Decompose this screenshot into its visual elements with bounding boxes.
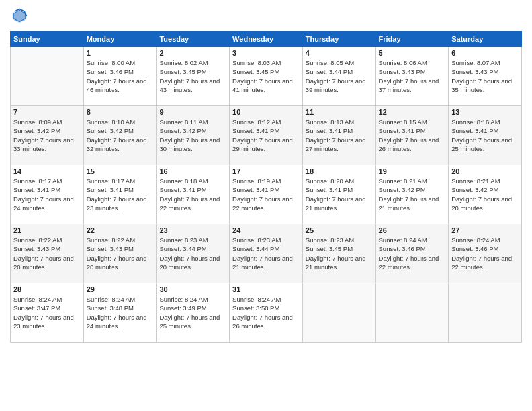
calendar-table: SundayMondayTuesdayWednesdayThursdayFrid…: [10, 31, 522, 342]
day-number: 13: [451, 108, 519, 116]
calendar-cell: 2Sunrise: 8:02 AMSunset: 3:45 PMDaylight…: [157, 47, 230, 106]
logo-icon: [10, 7, 29, 26]
day-info: Sunrise: 8:13 AMSunset: 3:41 PMDaylight:…: [306, 118, 373, 153]
day-number: 4: [306, 49, 373, 57]
calendar-cell: 11Sunrise: 8:13 AMSunset: 3:41 PMDayligh…: [302, 106, 375, 165]
calendar-cell: 21Sunrise: 8:22 AMSunset: 3:43 PMDayligh…: [11, 224, 84, 283]
calendar-cell: [375, 283, 449, 342]
calendar-cell: 17Sunrise: 8:19 AMSunset: 3:41 PMDayligh…: [230, 165, 303, 224]
day-number: 20: [451, 167, 519, 175]
day-number: 14: [13, 167, 81, 175]
day-info: Sunrise: 8:09 AMSunset: 3:42 PMDaylight:…: [13, 118, 81, 153]
header: [10, 7, 522, 26]
day-info: Sunrise: 8:06 AMSunset: 3:43 PMDaylight:…: [379, 58, 446, 94]
calendar-cell: 31Sunrise: 8:24 AMSunset: 3:50 PMDayligh…: [230, 283, 303, 342]
day-number: 30: [159, 285, 226, 293]
calendar-cell: 9Sunrise: 8:11 AMSunset: 3:42 PMDaylight…: [157, 106, 230, 165]
calendar-cell: 18Sunrise: 8:20 AMSunset: 3:41 PMDayligh…: [302, 165, 375, 224]
calendar-cell: 20Sunrise: 8:21 AMSunset: 3:42 PMDayligh…: [449, 165, 522, 224]
day-info: Sunrise: 8:22 AMSunset: 3:43 PMDaylight:…: [87, 236, 154, 271]
calendar-cell: 30Sunrise: 8:24 AMSunset: 3:49 PMDayligh…: [157, 283, 230, 342]
weekday-header-friday: Friday: [375, 32, 449, 47]
day-number: 5: [379, 49, 446, 57]
weekday-header-saturday: Saturday: [449, 32, 522, 47]
calendar-cell: 28Sunrise: 8:24 AMSunset: 3:47 PMDayligh…: [11, 283, 84, 342]
calendar-cell: 3Sunrise: 8:03 AMSunset: 3:45 PMDaylight…: [230, 47, 303, 106]
calendar-cell: [302, 283, 375, 342]
day-number: 25: [306, 226, 373, 234]
weekday-header-tuesday: Tuesday: [157, 32, 230, 47]
weekday-header-wednesday: Wednesday: [230, 32, 303, 47]
day-number: 1: [87, 49, 154, 57]
calendar-cell: [11, 47, 84, 106]
calendar-cell: 26Sunrise: 8:24 AMSunset: 3:46 PMDayligh…: [375, 224, 449, 283]
calendar-week-row: 1Sunrise: 8:00 AMSunset: 3:46 PMDaylight…: [11, 47, 522, 106]
calendar-cell: 24Sunrise: 8:23 AMSunset: 3:44 PMDayligh…: [230, 224, 303, 283]
calendar-cell: 4Sunrise: 8:05 AMSunset: 3:44 PMDaylight…: [302, 47, 375, 106]
day-number: 16: [159, 167, 226, 175]
day-number: 15: [87, 167, 154, 175]
day-info: Sunrise: 8:07 AMSunset: 3:43 PMDaylight:…: [451, 58, 519, 94]
day-number: 11: [306, 108, 373, 116]
day-number: 28: [13, 285, 81, 293]
day-number: 6: [451, 49, 519, 57]
calendar-week-row: 14Sunrise: 8:17 AMSunset: 3:41 PMDayligh…: [11, 165, 522, 224]
day-number: 26: [379, 226, 446, 234]
day-info: Sunrise: 8:03 AMSunset: 3:45 PMDaylight:…: [232, 58, 300, 94]
day-number: 12: [379, 108, 446, 116]
calendar-cell: 12Sunrise: 8:15 AMSunset: 3:41 PMDayligh…: [375, 106, 449, 165]
calendar-cell: 6Sunrise: 8:07 AMSunset: 3:43 PMDaylight…: [449, 47, 522, 106]
day-info: Sunrise: 8:17 AMSunset: 3:41 PMDaylight:…: [13, 177, 81, 212]
day-number: 3: [232, 49, 300, 57]
day-number: 22: [87, 226, 154, 234]
calendar-cell: 8Sunrise: 8:10 AMSunset: 3:42 PMDaylight…: [83, 106, 157, 165]
day-info: Sunrise: 8:23 AMSunset: 3:45 PMDaylight:…: [306, 236, 373, 271]
day-number: 21: [13, 226, 81, 234]
day-info: Sunrise: 8:24 AMSunset: 3:46 PMDaylight:…: [451, 236, 519, 271]
day-info: Sunrise: 8:17 AMSunset: 3:41 PMDaylight:…: [87, 177, 154, 212]
calendar-cell: 13Sunrise: 8:16 AMSunset: 3:41 PMDayligh…: [449, 106, 522, 165]
day-number: 10: [232, 108, 300, 116]
day-info: Sunrise: 8:05 AMSunset: 3:44 PMDaylight:…: [306, 58, 373, 94]
calendar-cell: 15Sunrise: 8:17 AMSunset: 3:41 PMDayligh…: [83, 165, 157, 224]
day-info: Sunrise: 8:15 AMSunset: 3:41 PMDaylight:…: [379, 118, 446, 153]
day-info: Sunrise: 8:18 AMSunset: 3:41 PMDaylight:…: [159, 177, 226, 212]
day-info: Sunrise: 8:24 AMSunset: 3:47 PMDaylight:…: [13, 295, 81, 330]
calendar-cell: 14Sunrise: 8:17 AMSunset: 3:41 PMDayligh…: [11, 165, 84, 224]
day-number: 18: [306, 167, 373, 175]
day-info: Sunrise: 8:22 AMSunset: 3:43 PMDaylight:…: [13, 236, 81, 271]
calendar-cell: 19Sunrise: 8:21 AMSunset: 3:42 PMDayligh…: [375, 165, 449, 224]
calendar-week-row: 21Sunrise: 8:22 AMSunset: 3:43 PMDayligh…: [11, 224, 522, 283]
day-info: Sunrise: 8:23 AMSunset: 3:44 PMDaylight:…: [232, 236, 300, 271]
day-number: 17: [232, 167, 300, 175]
day-info: Sunrise: 8:16 AMSunset: 3:41 PMDaylight:…: [451, 118, 519, 153]
day-number: 9: [159, 108, 226, 116]
day-number: 29: [87, 285, 154, 293]
day-number: 27: [451, 226, 519, 234]
day-info: Sunrise: 8:24 AMSunset: 3:49 PMDaylight:…: [159, 295, 226, 330]
calendar-cell: 7Sunrise: 8:09 AMSunset: 3:42 PMDaylight…: [11, 106, 84, 165]
calendar-cell: [449, 283, 522, 342]
day-info: Sunrise: 8:24 AMSunset: 3:46 PMDaylight:…: [379, 236, 446, 271]
day-info: Sunrise: 8:21 AMSunset: 3:42 PMDaylight:…: [451, 177, 519, 212]
logo: [10, 7, 32, 26]
day-info: Sunrise: 8:11 AMSunset: 3:42 PMDaylight:…: [159, 118, 226, 153]
day-number: 19: [379, 167, 446, 175]
weekday-header-sunday: Sunday: [11, 32, 84, 47]
calendar-cell: 16Sunrise: 8:18 AMSunset: 3:41 PMDayligh…: [157, 165, 230, 224]
calendar-cell: 23Sunrise: 8:23 AMSunset: 3:44 PMDayligh…: [157, 224, 230, 283]
calendar-week-row: 28Sunrise: 8:24 AMSunset: 3:47 PMDayligh…: [11, 283, 522, 342]
day-number: 23: [159, 226, 226, 234]
day-number: 2: [159, 49, 226, 57]
day-number: 8: [87, 108, 154, 116]
day-info: Sunrise: 8:23 AMSunset: 3:44 PMDaylight:…: [159, 236, 226, 271]
day-number: 7: [13, 108, 81, 116]
day-info: Sunrise: 8:24 AMSunset: 3:48 PMDaylight:…: [87, 295, 154, 330]
calendar-cell: 27Sunrise: 8:24 AMSunset: 3:46 PMDayligh…: [449, 224, 522, 283]
day-info: Sunrise: 8:00 AMSunset: 3:46 PMDaylight:…: [87, 58, 154, 94]
day-info: Sunrise: 8:02 AMSunset: 3:45 PMDaylight:…: [159, 58, 226, 94]
calendar-cell: 5Sunrise: 8:06 AMSunset: 3:43 PMDaylight…: [375, 47, 449, 106]
day-info: Sunrise: 8:21 AMSunset: 3:42 PMDaylight:…: [379, 177, 446, 212]
day-info: Sunrise: 8:10 AMSunset: 3:42 PMDaylight:…: [87, 118, 154, 153]
day-info: Sunrise: 8:12 AMSunset: 3:41 PMDaylight:…: [232, 118, 300, 153]
